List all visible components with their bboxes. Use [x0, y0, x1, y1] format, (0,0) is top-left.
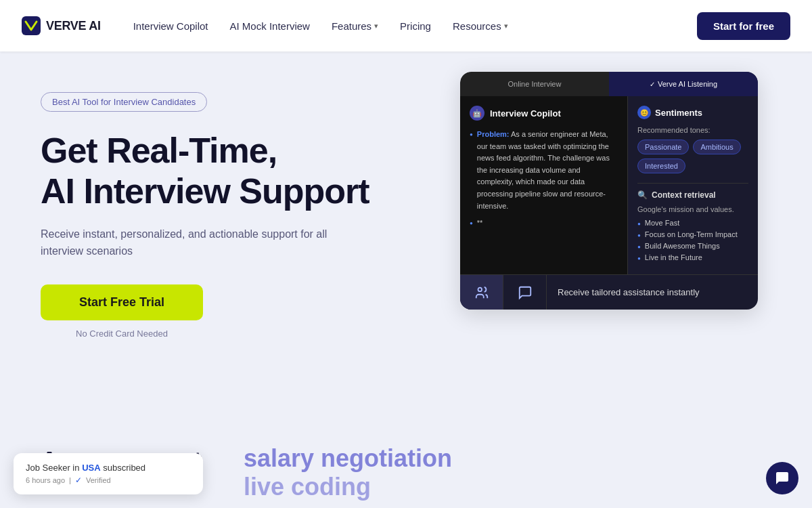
- list-item: ● Live in the Future: [637, 253, 748, 261]
- mockup-panels: 🤖 Interview Copilot ● Problem: As a seni…: [460, 96, 758, 274]
- nav-pricing[interactable]: Pricing: [400, 20, 431, 32]
- context-list: ● Move Fast ● Focus on Long-Term Impact …: [637, 219, 748, 261]
- hero-badge: Best AI Tool for Interview Candidates: [41, 92, 207, 112]
- bullet-icon: ●: [637, 255, 641, 261]
- chat-icon: [518, 285, 533, 300]
- sentiments-header: 😊 Sentiments: [637, 106, 748, 119]
- bottom-assistance-text: Receive tailored assistance instantly: [547, 287, 758, 297]
- bullet-icon: ●: [470, 219, 473, 228]
- start-for-free-button[interactable]: Start for free: [697, 12, 790, 40]
- tone-passionate: Passionate: [637, 140, 689, 154]
- context-subtitle: Google's mission and values.: [637, 205, 748, 213]
- mockup-bottom-bar: Receive tailored assistance instantly: [460, 274, 758, 310]
- toast-meta: 6 hours ago | ✓ Verified: [26, 475, 191, 485]
- scrolling-line-2: live coding: [244, 473, 771, 501]
- toast-time: 6 hours ago: [26, 476, 65, 484]
- problem-text: As a senior engineer at Meta, our team w…: [477, 130, 610, 210]
- list-item: ● Focus on Long-Term Impact: [637, 230, 748, 238]
- search-icon: 🔍: [637, 190, 648, 200]
- mockup-container: Online Interview ✓ Verve AI Listening 🤖 …: [460, 72, 771, 339]
- context-header: 🔍 Context retrieval: [637, 190, 748, 200]
- bullet-icon: ●: [470, 131, 473, 140]
- nav-resources[interactable]: Resources ▾: [453, 20, 508, 32]
- start-free-trial-button[interactable]: Start Free Trial: [41, 284, 203, 320]
- copilot-header: 🤖 Interview Copilot: [470, 106, 618, 121]
- list-item: ● Move Fast: [637, 219, 748, 227]
- nav-ai-mock-interview[interactable]: AI Mock Interview: [230, 20, 310, 32]
- copilot-title: Interview Copilot: [490, 108, 561, 119]
- no-credit-card-label: No Credit Card Needed: [41, 329, 203, 339]
- divider: [637, 183, 748, 184]
- app-mockup: Online Interview ✓ Verve AI Listening 🤖 …: [460, 72, 758, 310]
- sentiments-title: Sentiments: [655, 108, 702, 118]
- tone-interested: Interested: [637, 158, 685, 173]
- bullet-icon: ●: [637, 232, 641, 238]
- logo[interactable]: VERVE AI: [22, 16, 101, 35]
- video-icon-button[interactable]: [460, 275, 503, 310]
- hero-subtitle: Receive instant, personalized, and actio…: [41, 226, 352, 260]
- bullet2-text: **: [477, 217, 483, 230]
- notification-toast: Job Seeker in USA subscribed 6 hours ago…: [14, 453, 203, 494]
- check-icon: ✓: [650, 81, 655, 88]
- chevron-down-icon: ▾: [374, 22, 378, 30]
- recommended-label: Recommended tones:: [637, 126, 748, 134]
- tab-verve-listening[interactable]: ✓ Verve AI Listening: [609, 72, 758, 96]
- mockup-tabs: Online Interview ✓ Verve AI Listening: [460, 72, 758, 96]
- nav-interview-copilot[interactable]: Interview Copilot: [133, 20, 208, 32]
- svg-rect-0: [22, 16, 41, 35]
- tone-ambitious: Ambitious: [693, 140, 740, 154]
- sentiments-panel: 😊 Sentiments Recommended tones: Passiona…: [628, 96, 758, 274]
- chat-bubble-icon: [774, 470, 790, 486]
- main-content: Best AI Tool for Interview Candidates Ge…: [0, 51, 812, 339]
- nav-links: Interview Copilot AI Mock Interview Feat…: [133, 20, 697, 32]
- chevron-down-icon: ▾: [504, 22, 508, 30]
- copilot-content: ● Problem: As a senior engineer at Meta,…: [470, 129, 618, 230]
- chat-icon-button[interactable]: [503, 275, 547, 310]
- interview-copilot-panel: 🤖 Interview Copilot ● Problem: As a seni…: [460, 96, 628, 274]
- svg-point-1: [478, 287, 482, 291]
- tone-tags: Passionate Ambitious Interested: [637, 140, 748, 173]
- list-item: ● Build Awesome Things: [637, 242, 748, 250]
- users-icon: [474, 285, 489, 300]
- toast-verified: Verified: [86, 476, 111, 484]
- verified-icon: ✓: [75, 475, 82, 485]
- copilot-problem-item: ● Problem: As a senior engineer at Meta,…: [470, 129, 618, 212]
- toast-text: Job Seeker in USA subscribed: [26, 463, 191, 473]
- problem-label: Problem:: [477, 130, 510, 138]
- bullet-icon: ●: [637, 244, 641, 250]
- sentiments-icon: 😊: [637, 106, 651, 119]
- bullet-icon: ●: [637, 221, 641, 227]
- tab-online-interview[interactable]: Online Interview: [460, 72, 609, 96]
- copilot-bullet2: ● **: [470, 217, 618, 230]
- logo-text: VERVE AI: [46, 19, 101, 33]
- scrolling-text: salary negotiation live coding: [244, 444, 771, 501]
- hero-title: Get Real-Time, AI Interview Support: [41, 131, 433, 212]
- toast-usa: USA: [82, 463, 100, 473]
- context-title: Context retrieval: [652, 190, 716, 200]
- verve-logo-icon: [22, 16, 41, 35]
- hero-left: Best AI Tool for Interview Candidates Ge…: [41, 79, 433, 339]
- nav-features[interactable]: Features ▾: [332, 20, 378, 32]
- navbar: VERVE AI Interview Copilot AI Mock Inter…: [0, 0, 812, 51]
- copilot-icon: 🤖: [470, 106, 484, 121]
- chat-support-button[interactable]: [766, 462, 798, 494]
- scrolling-line-1: salary negotiation: [244, 444, 771, 473]
